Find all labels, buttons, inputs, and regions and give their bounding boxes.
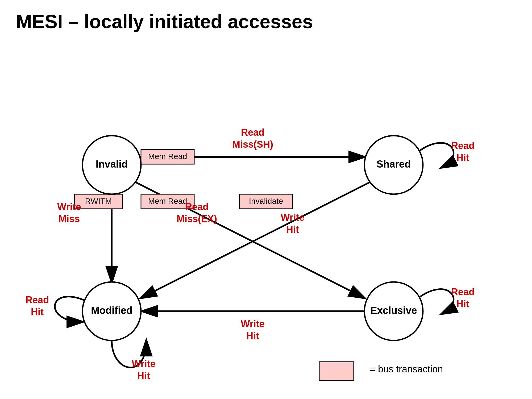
read-miss-ex-line1: Read	[185, 201, 209, 212]
invalid-state-label: Invalid	[96, 159, 128, 170]
write-miss-line1: Write	[57, 201, 81, 212]
modified-write-hit-line2: Hit	[137, 370, 150, 381]
shared-state-label: Shared	[377, 159, 411, 170]
read-miss-sh-line2: Miss(SH)	[232, 139, 273, 150]
modified-state-label: Modified	[91, 305, 132, 316]
legend-label: = bus transaction	[370, 364, 443, 375]
mem-read-mid-label: Mem Read	[148, 197, 187, 205]
modified-read-hit-line1: Read	[26, 294, 49, 305]
read-miss-ex-line2: Miss(EX)	[177, 213, 217, 224]
modified-write-hit-line1: Write	[132, 358, 155, 369]
write-hit-shared-line2: Hit	[286, 224, 299, 235]
write-miss-line2: Miss	[59, 213, 80, 224]
write-hit-shared-line1: Write	[281, 212, 304, 223]
shared-read-hit-line2: Hit	[456, 152, 469, 163]
page-title: MESI – locally initiated accesses	[16, 11, 313, 32]
legend-box	[319, 362, 354, 380]
read-miss-sh-line1: Read	[241, 127, 264, 138]
modified-read-self-loop	[55, 297, 85, 322]
modified-read-hit-line2: Hit	[31, 306, 44, 317]
shared-read-hit-line1: Read	[451, 140, 475, 151]
exclusive-read-hit-line2: Hit	[456, 298, 469, 309]
write-hit-excl-line2: Hit	[246, 330, 259, 341]
exclusive-read-hit-line1: Read	[451, 286, 475, 297]
mem-read-top-label: Mem Read	[148, 152, 187, 161]
write-hit-excl-line1: Write	[241, 318, 264, 329]
diagram: Mem Read Mem Read RWITM Invalidate Inval…	[0, 53, 532, 399]
invalidate-label: Invalidate	[249, 197, 283, 205]
exclusive-state-label: Exclusive	[370, 305, 417, 316]
rwitm-label: RWITM	[85, 197, 112, 205]
